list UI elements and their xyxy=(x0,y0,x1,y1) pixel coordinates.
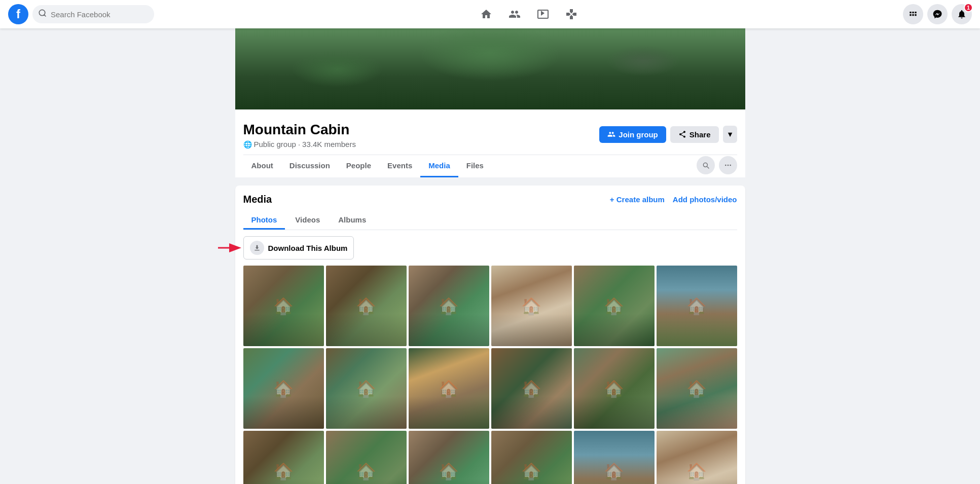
profile-header: Mountain Cabin 🌐 Public group · 33.4K me… xyxy=(243,118,737,148)
photo-cell[interactable] xyxy=(574,266,655,346)
photo-cell[interactable] xyxy=(243,266,324,346)
red-arrow-indicator xyxy=(213,238,243,258)
tab-search-button[interactable] xyxy=(697,156,715,174)
tab-discussion[interactable]: Discussion xyxy=(281,155,338,177)
group-name: Mountain Cabin xyxy=(243,122,356,138)
home-nav-button[interactable] xyxy=(474,4,498,24)
photo-cell[interactable] xyxy=(243,348,324,429)
media-tabs: Photos Videos Albums xyxy=(243,211,737,230)
photo-grid xyxy=(243,266,737,484)
notifications-button[interactable]: 1 xyxy=(952,4,972,24)
media-tab-albums[interactable]: Albums xyxy=(330,211,374,230)
photo-cell[interactable] xyxy=(409,348,489,429)
download-album-button[interactable]: Download This Album xyxy=(243,236,354,259)
download-album-row: Download This Album xyxy=(243,236,737,259)
media-card-actions: + Create album Add photos/video xyxy=(610,195,737,204)
tab-more-button[interactable] xyxy=(719,156,737,174)
cover-forest-image xyxy=(235,28,745,109)
add-photos-label: Add photos/video xyxy=(673,195,737,204)
content-area: Media + Create album Add photos/video Ph… xyxy=(235,177,745,484)
photo-cell[interactable] xyxy=(326,348,407,429)
nav-right: 1 xyxy=(903,4,972,24)
tab-about[interactable]: About xyxy=(243,155,281,177)
friends-nav-button[interactable] xyxy=(502,4,527,24)
nav-left: f xyxy=(8,4,154,24)
grid-menu-button[interactable] xyxy=(903,4,923,24)
add-photos-button[interactable]: Add photos/video xyxy=(673,195,737,204)
download-album-label: Download This Album xyxy=(268,244,348,252)
share-button[interactable]: Share xyxy=(670,126,719,143)
facebook-logo[interactable]: f xyxy=(8,4,28,24)
photo-cell[interactable] xyxy=(491,431,572,484)
photo-cell[interactable] xyxy=(491,266,572,346)
profile-section: Mountain Cabin 🌐 Public group · 33.4K me… xyxy=(235,109,745,177)
join-group-button[interactable]: Join group xyxy=(599,126,666,143)
search-bar[interactable] xyxy=(32,5,154,23)
more-options-button[interactable]: ▾ xyxy=(723,126,737,143)
top-navigation: f xyxy=(0,0,980,28)
photo-cell[interactable] xyxy=(409,431,489,484)
media-tab-videos[interactable]: Videos xyxy=(287,211,328,230)
dot-separator: · xyxy=(298,140,300,148)
search-input[interactable] xyxy=(51,10,148,19)
profile-meta: 🌐 Public group · 33.4K members xyxy=(243,140,356,148)
cover-photo xyxy=(235,28,745,109)
watch-nav-button[interactable] xyxy=(531,4,555,24)
search-icon xyxy=(39,9,47,19)
nav-center xyxy=(474,4,584,24)
group-type: Public group xyxy=(254,140,296,148)
nav-tabs-right xyxy=(697,156,737,176)
group-nav-tabs: About Discussion People Events Media Fil… xyxy=(243,155,737,177)
media-section-title: Media xyxy=(243,194,272,205)
photo-cell[interactable] xyxy=(243,431,324,484)
tab-files[interactable]: Files xyxy=(458,155,492,177)
nav-tabs-left: About Discussion People Events Media Fil… xyxy=(243,155,492,177)
photo-cell[interactable] xyxy=(657,348,737,429)
media-card: Media + Create album Add photos/video Ph… xyxy=(235,185,745,484)
media-card-header: Media + Create album Add photos/video xyxy=(243,194,737,205)
photo-cell[interactable] xyxy=(326,431,407,484)
tab-media[interactable]: Media xyxy=(420,155,458,177)
globe-icon: 🌐 xyxy=(243,140,252,148)
tab-events[interactable]: Events xyxy=(379,155,420,177)
notification-badge: 1 xyxy=(964,3,973,12)
join-button-label: Join group xyxy=(619,130,658,139)
gaming-nav-button[interactable] xyxy=(559,4,584,24)
create-album-label: + Create album xyxy=(610,195,665,204)
profile-actions: Join group Share ▾ xyxy=(599,126,737,143)
main-content: Mountain Cabin 🌐 Public group · 33.4K me… xyxy=(0,0,980,484)
photo-cell[interactable] xyxy=(657,266,737,346)
svg-point-2 xyxy=(730,165,731,166)
create-album-button[interactable]: + Create album xyxy=(610,195,665,204)
tab-people[interactable]: People xyxy=(338,155,379,177)
photo-cell[interactable] xyxy=(409,266,489,346)
photo-cell[interactable] xyxy=(657,431,737,484)
svg-point-1 xyxy=(727,165,729,166)
photo-cell[interactable] xyxy=(574,348,655,429)
photo-cell[interactable] xyxy=(574,431,655,484)
photo-cell[interactable] xyxy=(491,348,572,429)
media-tab-photos[interactable]: Photos xyxy=(243,211,285,230)
photo-cell[interactable] xyxy=(326,266,407,346)
profile-info: Mountain Cabin 🌐 Public group · 33.4K me… xyxy=(243,122,356,148)
more-chevron-icon: ▾ xyxy=(728,130,732,138)
messenger-button[interactable] xyxy=(927,4,948,24)
share-button-label: Share xyxy=(689,130,711,139)
member-count: 33.4K members xyxy=(302,140,356,148)
svg-point-0 xyxy=(725,165,727,166)
download-icon xyxy=(250,241,264,255)
